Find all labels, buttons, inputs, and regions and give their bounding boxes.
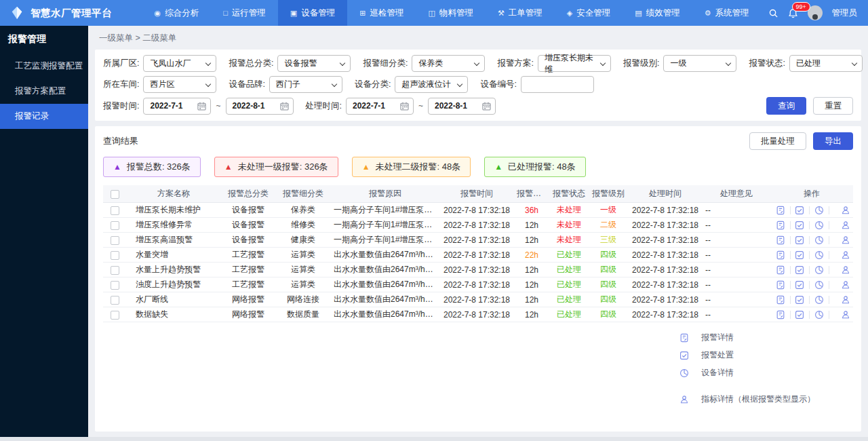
cell-alarm-time: 2022-7-8 17:32:18 <box>439 219 514 231</box>
alarm-handle-button[interactable] <box>795 265 804 275</box>
nav-item-工单管理[interactable]: ⚒工单管理 <box>486 0 555 26</box>
row-checkbox[interactable] <box>111 296 119 305</box>
alarm-detail-button[interactable] <box>776 265 785 275</box>
alarm-detail-button[interactable] <box>776 206 785 215</box>
date-input-to[interactable]: 2022-8-1 <box>428 98 496 115</box>
sidebar: 报警管理 工艺监测报警配置报警方案配置报警记录 <box>0 26 88 437</box>
alarm-detail-button[interactable] <box>776 235 785 245</box>
summary-badge: ▲报警总数: 326条 <box>103 157 201 177</box>
nav-item-运行管理[interactable]: □运行管理 <box>211 0 278 26</box>
row-checkbox[interactable] <box>111 221 119 230</box>
row-checkbox[interactable] <box>111 266 119 275</box>
cell-duration: 12h <box>514 264 549 276</box>
nav-item-绩效管理[interactable]: ▤绩效管理 <box>623 0 692 26</box>
input-设备编号[interactable] <box>521 76 594 93</box>
select-设备分类[interactable]: 超声波液位计 <box>395 76 468 93</box>
cell-level: 四级 <box>589 263 628 277</box>
user-name[interactable]: 管理员 <box>832 7 858 19</box>
select-报警细分类[interactable]: 保养类 <box>412 55 485 72</box>
alarm-detail-button[interactable] <box>776 295 785 305</box>
select-报警方案[interactable]: 增压泵长期未维 <box>538 55 611 72</box>
row-checkbox[interactable] <box>111 311 119 320</box>
select-设备品牌[interactable]: 西门子 <box>269 76 342 93</box>
row-checkbox[interactable] <box>111 281 119 290</box>
alarm-handle-button[interactable] <box>795 235 804 245</box>
date-input-to[interactable]: 2022-8-1 <box>226 98 294 115</box>
cell-reason: 一期高分子车间1#增压泵距离上次维修24小时内发生... <box>331 218 439 232</box>
sidebar-item-报警方案配置[interactable]: 报警方案配置 <box>0 79 88 104</box>
device-detail-button[interactable] <box>814 235 824 245</box>
cell-category: 工艺报警 <box>221 248 275 262</box>
export-button[interactable]: 导出 <box>813 132 853 150</box>
nav-item-综合分析[interactable]: ◉综合分析 <box>142 0 212 26</box>
device-detail-button[interactable] <box>814 310 824 320</box>
indicator-detail-button[interactable] <box>841 295 850 305</box>
device-detail-button[interactable] <box>814 280 824 290</box>
date-input-from[interactable]: 2022-7-1 <box>143 98 211 115</box>
batch-handle-button[interactable]: 批量处理 <box>749 132 806 150</box>
material-icon: ◫ <box>428 9 435 18</box>
select-所属厂区[interactable]: 飞凤山水厂 <box>143 55 216 72</box>
row-checkbox[interactable] <box>111 236 119 245</box>
device-detail-button[interactable] <box>814 250 824 260</box>
select-报警级别[interactable]: 一级 <box>663 55 736 72</box>
alarm-detail-button[interactable] <box>776 310 785 320</box>
nav-item-巡检管理[interactable]: ⊞巡检管理 <box>347 0 416 26</box>
warning-triangle-icon: ▲ <box>113 163 121 171</box>
alarm-handle-button[interactable] <box>795 250 804 260</box>
select-value: 已处理 <box>796 58 821 69</box>
filter-group-所属厂区: 所属厂区:飞凤山水厂 <box>103 55 216 72</box>
reset-button[interactable]: 重置 <box>813 97 853 115</box>
sidebar-item-报警记录[interactable]: 报警记录 <box>0 104 88 129</box>
select-报警总分类[interactable]: 设备报警 <box>277 55 351 72</box>
search-icon[interactable] <box>768 8 778 18</box>
device-detail-button[interactable] <box>814 265 824 275</box>
cell-operations <box>770 204 853 216</box>
alarm-handle-button[interactable] <box>795 220 804 230</box>
row-checkbox[interactable] <box>111 206 119 215</box>
indicator-detail-button[interactable] <box>841 220 850 230</box>
alarm-handle-button[interactable] <box>795 310 804 320</box>
select-报警状态[interactable]: 已处理 <box>789 55 863 72</box>
select-所在车间[interactable]: 西片区 <box>143 76 216 93</box>
nav-item-系统管理[interactable]: ⚙系统管理 <box>692 0 762 26</box>
alarm-handle-button[interactable] <box>795 206 804 215</box>
alarm-detail-button[interactable] <box>776 220 785 230</box>
row-checkbox[interactable] <box>111 251 119 260</box>
device-detail-button[interactable] <box>814 220 824 230</box>
nav-item-安全管理[interactable]: ◈安全管理 <box>555 0 623 26</box>
nav-item-设备管理[interactable]: ▣设备管理 <box>278 0 347 26</box>
cell-alarm-time: 2022-7-8 17:32:18 <box>439 264 514 276</box>
alarm-handle-button[interactable] <box>795 295 804 305</box>
operation-icon: □ <box>223 9 228 17</box>
alarm-detail-button[interactable] <box>776 280 785 290</box>
device-detail-button[interactable] <box>814 206 824 215</box>
filter-label: 所属厂区: <box>103 58 139 69</box>
indicator-detail-button[interactable] <box>841 206 850 215</box>
indicator-detail-button[interactable] <box>841 250 850 260</box>
date-input-from[interactable]: 2022-7-1 <box>346 98 414 115</box>
column-header-报警时间: 报警时间 <box>439 187 514 201</box>
notification-bell[interactable]: 99+ <box>788 8 798 18</box>
column-header-报警状态: 报警状态 <box>549 187 589 201</box>
device-detail-button[interactable] <box>814 295 824 305</box>
avatar-figure <box>812 14 818 20</box>
badge-text: 未处理二级报警: 48条 <box>376 161 461 173</box>
indicator-detail-button[interactable] <box>841 280 850 290</box>
row-checkbox-cell <box>103 248 126 261</box>
nav-item-物料管理[interactable]: ◫物料管理 <box>416 0 485 26</box>
alarm-handle-button[interactable] <box>795 280 804 290</box>
alarm-detail-button[interactable] <box>776 250 785 260</box>
indicator-detail-button[interactable] <box>841 310 850 320</box>
search-button[interactable]: 查询 <box>766 97 806 115</box>
cell-opinion: -- <box>703 279 770 291</box>
sidebar-item-工艺监测报警配置[interactable]: 工艺监测报警配置 <box>0 54 88 79</box>
indicator-detail-button[interactable] <box>841 265 850 275</box>
filter-label: 设备分类: <box>355 79 391 90</box>
cell-plan-name: 增压泵高温预警 <box>126 233 221 247</box>
cell-plan-name: 数据缺失 <box>126 307 221 322</box>
cell-status: 未处理 <box>549 218 589 232</box>
indicator-detail-button[interactable] <box>841 235 850 245</box>
select-all-checkbox[interactable] <box>111 190 119 199</box>
header-checkbox-cell <box>103 187 126 199</box>
